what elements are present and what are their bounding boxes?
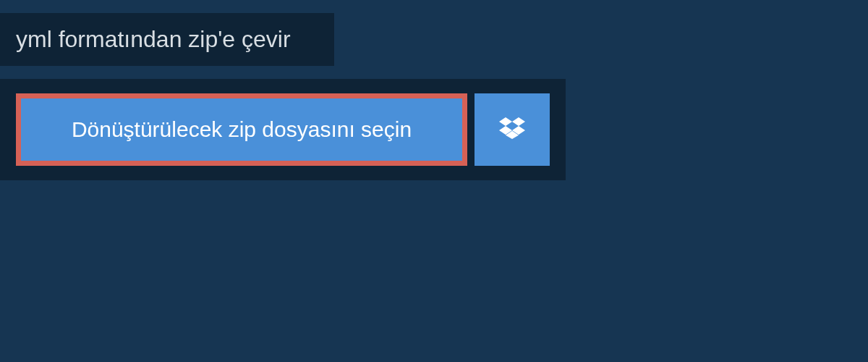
page-title: yml formatından zip'e çevir [16,26,291,53]
action-panel: Dönüştürülecek zip dosyasını seçin [0,79,566,180]
dropbox-button[interactable] [475,93,550,166]
select-file-label: Dönüştürülecek zip dosyasını seçin [72,117,412,142]
dropbox-icon [499,115,525,144]
select-file-button[interactable]: Dönüştürülecek zip dosyasını seçin [16,93,467,166]
header-bar: yml formatından zip'e çevir [0,13,334,66]
